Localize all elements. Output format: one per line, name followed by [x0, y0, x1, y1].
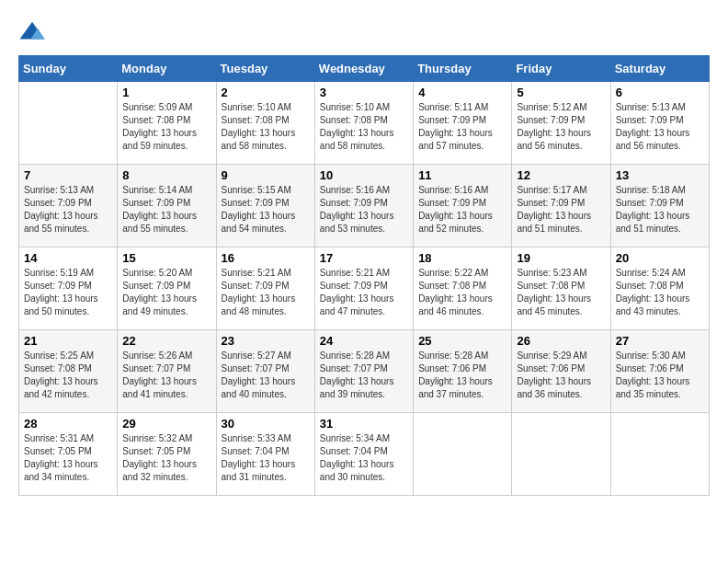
day-info: Sunrise: 5:28 AMSunset: 7:06 PMDaylight:… — [418, 350, 506, 401]
day-info: Sunrise: 5:16 AMSunset: 7:09 PMDaylight:… — [418, 184, 506, 236]
calendar-cell: 11Sunrise: 5:16 AMSunset: 7:09 PMDayligh… — [414, 165, 512, 247]
calendar-cell: 26Sunrise: 5:29 AMSunset: 7:06 PMDayligh… — [512, 330, 610, 413]
day-info: Sunrise: 5:18 AMSunset: 7:09 PMDaylight:… — [616, 184, 704, 236]
day-number: 27 — [616, 334, 704, 348]
day-info: Sunrise: 5:15 AMSunset: 7:09 PMDaylight:… — [222, 184, 310, 236]
calendar-cell — [610, 413, 709, 496]
day-info: Sunrise: 5:22 AMSunset: 7:08 PMDaylight:… — [418, 267, 506, 318]
day-number: 30 — [222, 417, 310, 431]
day-info: Sunrise: 5:28 AMSunset: 7:07 PMDaylight:… — [320, 350, 408, 401]
day-info: Sunrise: 5:14 AMSunset: 7:09 PMDaylight:… — [122, 184, 210, 236]
day-header-sunday: Sunday — [19, 56, 118, 82]
day-info: Sunrise: 5:29 AMSunset: 7:06 PMDaylight:… — [517, 350, 605, 401]
day-info: Sunrise: 5:19 AMSunset: 7:09 PMDaylight:… — [24, 267, 112, 318]
calendar-cell: 1Sunrise: 5:09 AMSunset: 7:08 PMDaylight… — [118, 82, 216, 165]
calendar-cell: 15Sunrise: 5:20 AMSunset: 7:09 PMDayligh… — [118, 247, 216, 330]
calendar-cell: 8Sunrise: 5:14 AMSunset: 7:09 PMDaylight… — [118, 165, 216, 247]
calendar-week-row: 21Sunrise: 5:25 AMSunset: 7:08 PMDayligh… — [19, 330, 710, 413]
day-info: Sunrise: 5:13 AMSunset: 7:09 PMDaylight:… — [616, 101, 704, 153]
calendar-cell: 9Sunrise: 5:15 AMSunset: 7:09 PMDaylight… — [216, 165, 314, 247]
day-info: Sunrise: 5:12 AMSunset: 7:09 PMDaylight:… — [517, 101, 605, 153]
day-number: 16 — [222, 251, 310, 265]
calendar-cell: 23Sunrise: 5:27 AMSunset: 7:07 PMDayligh… — [216, 330, 314, 413]
day-number: 25 — [418, 334, 506, 348]
day-number: 9 — [222, 168, 310, 182]
day-info: Sunrise: 5:31 AMSunset: 7:05 PMDaylight:… — [24, 432, 112, 484]
calendar-cell: 31Sunrise: 5:34 AMSunset: 7:04 PMDayligh… — [314, 413, 413, 496]
calendar-cell: 3Sunrise: 5:10 AMSunset: 7:08 PMDaylight… — [314, 82, 413, 165]
day-number: 12 — [517, 168, 605, 182]
day-info: Sunrise: 5:24 AMSunset: 7:08 PMDaylight:… — [616, 267, 704, 318]
day-info: Sunrise: 5:34 AMSunset: 7:04 PMDaylight:… — [320, 432, 408, 484]
day-header-tuesday: Tuesday — [216, 56, 314, 82]
day-info: Sunrise: 5:16 AMSunset: 7:09 PMDaylight:… — [320, 184, 408, 236]
day-number: 15 — [122, 251, 210, 265]
day-number: 10 — [320, 168, 408, 182]
calendar-week-row: 1Sunrise: 5:09 AMSunset: 7:08 PMDaylight… — [19, 82, 710, 165]
calendar-header-row: SundayMondayTuesdayWednesdayThursdayFrid… — [19, 56, 710, 82]
calendar-cell: 22Sunrise: 5:26 AMSunset: 7:07 PMDayligh… — [118, 330, 216, 413]
calendar-week-row: 7Sunrise: 5:13 AMSunset: 7:09 PMDaylight… — [19, 165, 710, 247]
calendar-cell: 27Sunrise: 5:30 AMSunset: 7:06 PMDayligh… — [610, 330, 709, 413]
day-number: 26 — [517, 334, 605, 348]
calendar-cell: 2Sunrise: 5:10 AMSunset: 7:08 PMDaylight… — [216, 82, 314, 165]
day-info: Sunrise: 5:33 AMSunset: 7:04 PMDaylight:… — [222, 432, 310, 484]
day-info: Sunrise: 5:10 AMSunset: 7:08 PMDaylight:… — [222, 101, 310, 153]
day-info: Sunrise: 5:17 AMSunset: 7:09 PMDaylight:… — [517, 184, 605, 236]
day-info: Sunrise: 5:21 AMSunset: 7:09 PMDaylight:… — [320, 267, 408, 318]
day-number: 23 — [222, 334, 310, 348]
calendar-cell: 10Sunrise: 5:16 AMSunset: 7:09 PMDayligh… — [314, 165, 413, 247]
calendar-cell: 24Sunrise: 5:28 AMSunset: 7:07 PMDayligh… — [314, 330, 413, 413]
calendar-cell: 17Sunrise: 5:21 AMSunset: 7:09 PMDayligh… — [314, 247, 413, 330]
day-number: 11 — [418, 168, 506, 182]
day-header-saturday: Saturday — [610, 56, 709, 82]
calendar-week-row: 14Sunrise: 5:19 AMSunset: 7:09 PMDayligh… — [19, 247, 710, 330]
calendar-cell: 18Sunrise: 5:22 AMSunset: 7:08 PMDayligh… — [414, 247, 512, 330]
day-info: Sunrise: 5:32 AMSunset: 7:05 PMDaylight:… — [122, 432, 210, 484]
day-info: Sunrise: 5:23 AMSunset: 7:08 PMDaylight:… — [517, 267, 605, 318]
day-number: 29 — [122, 417, 210, 431]
day-number: 31 — [320, 417, 408, 431]
day-header-monday: Monday — [118, 56, 216, 82]
day-number: 18 — [418, 251, 506, 265]
day-number: 4 — [418, 86, 506, 99]
day-info: Sunrise: 5:10 AMSunset: 7:08 PMDaylight:… — [320, 101, 408, 153]
day-info: Sunrise: 5:09 AMSunset: 7:08 PMDaylight:… — [122, 101, 210, 153]
calendar-cell: 14Sunrise: 5:19 AMSunset: 7:09 PMDayligh… — [19, 247, 118, 330]
day-number: 8 — [122, 168, 210, 182]
day-info: Sunrise: 5:20 AMSunset: 7:09 PMDaylight:… — [122, 267, 210, 318]
calendar-cell: 13Sunrise: 5:18 AMSunset: 7:09 PMDayligh… — [610, 165, 709, 247]
day-number: 14 — [24, 251, 112, 265]
day-number: 2 — [222, 86, 310, 99]
calendar-cell: 28Sunrise: 5:31 AMSunset: 7:05 PMDayligh… — [19, 413, 118, 496]
calendar-cell — [19, 82, 118, 165]
calendar-cell — [512, 413, 610, 496]
day-number: 5 — [517, 86, 605, 99]
day-header-friday: Friday — [512, 56, 610, 82]
day-info: Sunrise: 5:25 AMSunset: 7:08 PMDaylight:… — [24, 350, 112, 401]
calendar-cell: 30Sunrise: 5:33 AMSunset: 7:04 PMDayligh… — [216, 413, 314, 496]
day-number: 19 — [517, 251, 605, 265]
day-number: 21 — [24, 334, 112, 348]
day-header-wednesday: Wednesday — [314, 56, 413, 82]
day-number: 3 — [320, 86, 408, 99]
day-number: 22 — [122, 334, 210, 348]
calendar-cell: 21Sunrise: 5:25 AMSunset: 7:08 PMDayligh… — [19, 330, 118, 413]
logo-icon — [18, 18, 46, 46]
day-number: 17 — [320, 251, 408, 265]
calendar-week-row: 28Sunrise: 5:31 AMSunset: 7:05 PMDayligh… — [19, 413, 710, 496]
calendar-cell: 5Sunrise: 5:12 AMSunset: 7:09 PMDaylight… — [512, 82, 610, 165]
day-number: 1 — [122, 86, 210, 99]
calendar-cell: 19Sunrise: 5:23 AMSunset: 7:08 PMDayligh… — [512, 247, 610, 330]
day-info: Sunrise: 5:13 AMSunset: 7:09 PMDaylight:… — [24, 184, 112, 236]
calendar-cell: 16Sunrise: 5:21 AMSunset: 7:09 PMDayligh… — [216, 247, 314, 330]
calendar-cell: 12Sunrise: 5:17 AMSunset: 7:09 PMDayligh… — [512, 165, 610, 247]
day-info: Sunrise: 5:27 AMSunset: 7:07 PMDaylight:… — [222, 350, 310, 401]
day-number: 20 — [616, 251, 704, 265]
day-number: 6 — [616, 86, 704, 99]
calendar-cell: 29Sunrise: 5:32 AMSunset: 7:05 PMDayligh… — [118, 413, 216, 496]
calendar-cell: 7Sunrise: 5:13 AMSunset: 7:09 PMDaylight… — [19, 165, 118, 247]
day-header-thursday: Thursday — [414, 56, 512, 82]
day-number: 13 — [616, 168, 704, 182]
day-info: Sunrise: 5:11 AMSunset: 7:09 PMDaylight:… — [418, 101, 506, 153]
